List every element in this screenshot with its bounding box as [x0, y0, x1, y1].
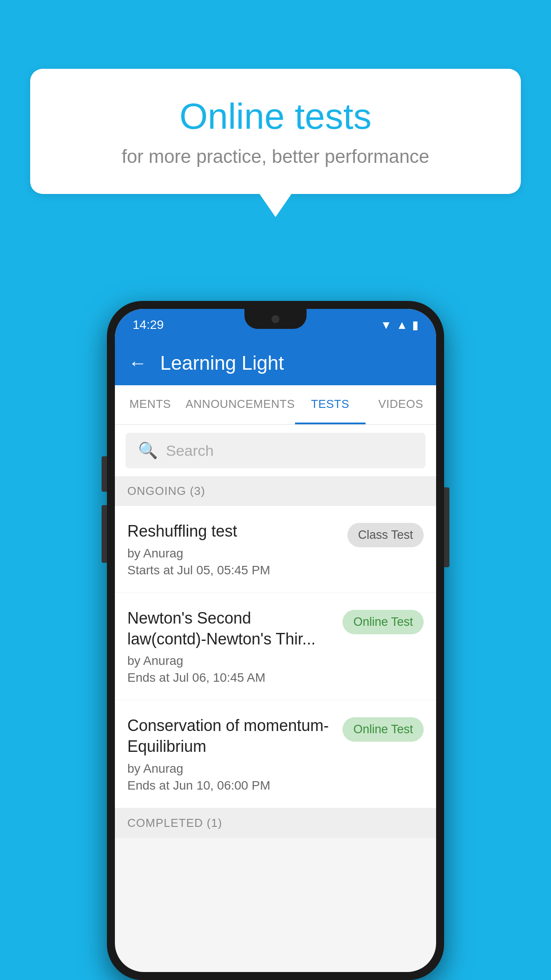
- test-info-2: Newton's Second law(contd)-Newton's Thir…: [127, 608, 334, 685]
- search-container: 🔍 Search: [115, 425, 436, 476]
- back-button[interactable]: ←: [128, 352, 147, 374]
- tab-videos[interactable]: VIDEOS: [366, 385, 436, 424]
- test-badge-1: Class Test: [347, 523, 424, 547]
- camera-icon: [272, 315, 279, 323]
- power-button[interactable]: [444, 487, 449, 567]
- test-title-1: Reshuffling test: [127, 521, 338, 542]
- test-time-2: Ends at Jul 06, 10:45 AM: [127, 671, 334, 685]
- test-item-3[interactable]: Conservation of momentum-Equilibrium by …: [115, 700, 436, 808]
- tab-ments[interactable]: MENTS: [115, 385, 185, 424]
- test-title-2: Newton's Second law(contd)-Newton's Thir…: [127, 608, 334, 650]
- test-info-1: Reshuffling test by Anurag Starts at Jul…: [127, 521, 338, 577]
- test-by-3: by Anurag: [127, 762, 334, 776]
- speech-bubble-subtitle: for more practice, better performance: [52, 146, 499, 167]
- test-list: Reshuffling test by Anurag Starts at Jul…: [115, 506, 436, 808]
- phone-frame: 14:29 ▼ ▲ ▮ ← Learning Light MENTS: [107, 301, 444, 980]
- signal-icon: ▲: [396, 318, 408, 332]
- wifi-icon: ▼: [381, 318, 392, 332]
- status-time: 14:29: [133, 318, 164, 332]
- test-badge-2: Online Test: [342, 610, 424, 634]
- volume-down-button[interactable]: [102, 505, 107, 563]
- test-badge-3: Online Test: [342, 717, 424, 742]
- search-bar[interactable]: 🔍 Search: [126, 433, 425, 468]
- phone-notch: [244, 309, 307, 329]
- test-time-1: Starts at Jul 05, 05:45 PM: [127, 563, 338, 577]
- tabs-container: MENTS ANNOUNCEMENTS TESTS VIDEOS: [115, 385, 436, 425]
- test-by-1: by Anurag: [127, 546, 338, 561]
- tab-announcements[interactable]: ANNOUNCEMENTS: [185, 385, 295, 424]
- speech-bubble-title: Online tests: [52, 95, 499, 137]
- search-icon: 🔍: [138, 441, 158, 460]
- status-bar: 14:29 ▼ ▲ ▮: [115, 309, 436, 341]
- test-item-2[interactable]: Newton's Second law(contd)-Newton's Thir…: [115, 593, 436, 701]
- test-title-3: Conservation of momentum-Equilibrium: [127, 715, 334, 757]
- completed-section-header: COMPLETED (1): [115, 808, 436, 838]
- phone-container: 14:29 ▼ ▲ ▮ ← Learning Light MENTS: [107, 301, 444, 980]
- speech-bubble: Online tests for more practice, better p…: [30, 69, 521, 194]
- tab-tests[interactable]: TESTS: [295, 385, 366, 424]
- ongoing-section-header: ONGOING (3): [115, 476, 436, 506]
- test-time-3: Ends at Jun 10, 06:00 PM: [127, 778, 334, 793]
- volume-up-button[interactable]: [102, 456, 107, 492]
- app-bar-title: Learning Light: [160, 352, 284, 374]
- phone-screen: 14:29 ▼ ▲ ▮ ← Learning Light MENTS: [115, 309, 436, 972]
- search-input[interactable]: Search: [166, 442, 214, 459]
- speech-bubble-container: Online tests for more practice, better p…: [30, 69, 521, 217]
- test-item-1[interactable]: Reshuffling test by Anurag Starts at Jul…: [115, 506, 436, 593]
- status-icons: ▼ ▲ ▮: [381, 318, 418, 332]
- battery-icon: ▮: [412, 318, 418, 332]
- test-by-2: by Anurag: [127, 654, 334, 668]
- test-info-3: Conservation of momentum-Equilibrium by …: [127, 715, 334, 793]
- speech-bubble-tail: [260, 194, 291, 217]
- app-bar: ← Learning Light: [115, 341, 436, 385]
